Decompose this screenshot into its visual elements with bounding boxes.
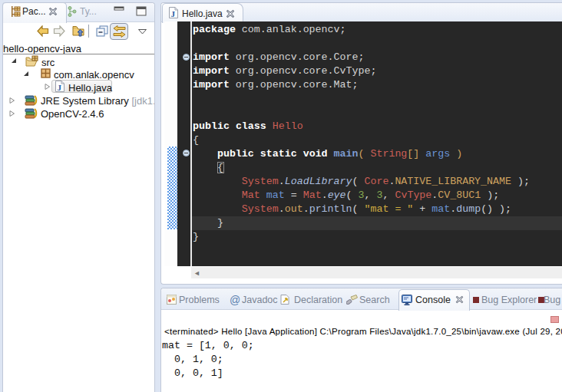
svg-text:J: J	[171, 9, 176, 18]
svg-text:J: J	[58, 83, 62, 92]
